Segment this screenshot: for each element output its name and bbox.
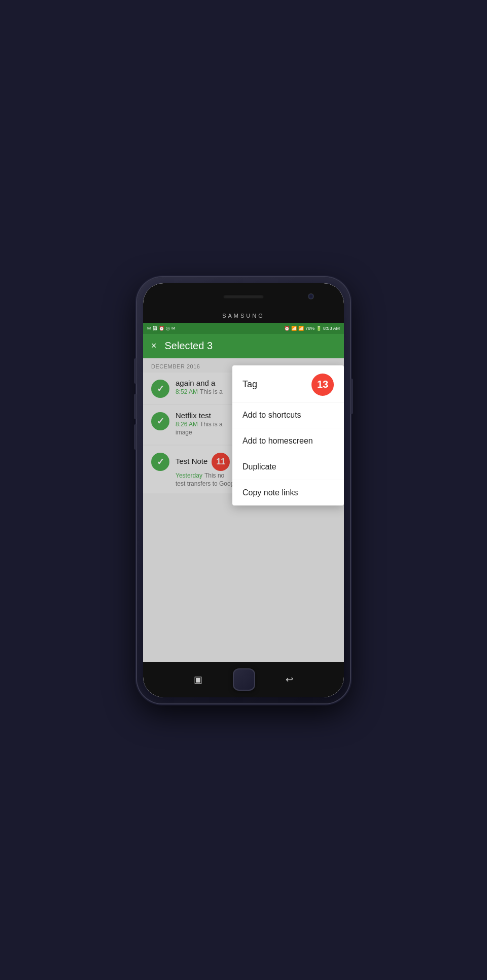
- content-area: DECEMBER 2016 ✓ again and a 8:52 AM This…: [143, 358, 344, 662]
- checkmark-icon-2: ✓: [157, 416, 164, 427]
- menu-item-add-shortcuts[interactable]: Add to shortcuts: [232, 402, 344, 428]
- battery-percent: 78%: [305, 326, 315, 331]
- note-preview-1: This is a: [200, 388, 223, 395]
- status-left: ✉ 🖼 ⏰ ◎ ✉: [147, 326, 176, 331]
- clock: 8:53 AM: [323, 326, 340, 331]
- phone-screen: SAMSUNG ✉ 🖼 ⏰ ◎ ✉ ⏰ 📶 📶 78% 🔋: [143, 283, 344, 697]
- notification-icon-mail2: ✉: [171, 326, 176, 331]
- status-bar: ✉ 🖼 ⏰ ◎ ✉ ⏰ 📶 📶 78% 🔋 8:53 AM: [143, 323, 344, 334]
- header-title: Selected 3: [165, 340, 336, 352]
- top-bezel: [143, 283, 344, 310]
- recent-apps-button[interactable]: ▣: [194, 674, 202, 685]
- note-preview-2: This is a: [200, 421, 223, 428]
- signal-icon: 📶: [298, 326, 304, 331]
- checkmark-icon-3: ✓: [157, 456, 164, 467]
- back-button[interactable]: ↩: [286, 674, 293, 685]
- note-title-3: Test Note: [176, 457, 207, 465]
- samsung-brand: SAMSUNG: [143, 310, 344, 323]
- checkmark-icon-1: ✓: [157, 383, 164, 394]
- context-menu-tag-label[interactable]: Tag: [242, 379, 257, 390]
- context-menu: Tag 13 Add to shortcuts Add to homescree…: [232, 365, 344, 505]
- check-circle-1: ✓: [151, 380, 169, 398]
- menu-item-duplicate[interactable]: Duplicate: [232, 454, 344, 480]
- note-time-1: 8:52 AM: [176, 388, 198, 395]
- menu-item-add-homescreen[interactable]: Add to homescreen: [232, 428, 344, 454]
- bottom-bezel: ▣ ↩: [143, 662, 344, 697]
- alarm-icon: ⏰: [284, 326, 290, 331]
- wifi-icon: 📶: [291, 326, 297, 331]
- note-badge-3: 11: [212, 453, 230, 471]
- check-circle-2: ✓: [151, 412, 169, 430]
- phone-device: SAMSUNG ✉ 🖼 ⏰ ◎ ✉ ⏰ 📶 📶 78% 🔋: [137, 277, 350, 703]
- tag-badge: 13: [311, 374, 334, 396]
- screen: ✉ 🖼 ⏰ ◎ ✉ ⏰ 📶 📶 78% 🔋 8:53 AM ×: [143, 323, 344, 662]
- front-camera: [308, 294, 314, 299]
- note-time-2: 8:26 AM: [176, 421, 198, 428]
- home-button[interactable]: [233, 668, 255, 691]
- check-circle-3: ✓: [151, 453, 169, 471]
- status-right: ⏰ 📶 📶 78% 🔋 8:53 AM: [284, 326, 340, 331]
- speaker-grill: [223, 294, 264, 298]
- close-button[interactable]: ×: [151, 341, 157, 351]
- temperature-indicator: ⏰: [159, 326, 164, 331]
- battery-icon: 🔋: [316, 326, 322, 331]
- app-header: × Selected 3: [143, 334, 344, 358]
- context-menu-header: Tag 13: [232, 365, 344, 402]
- note-date-3: Yesterday: [176, 472, 202, 479]
- notification-icon-image: 🖼: [153, 326, 157, 331]
- camera-icon: ◎: [166, 326, 170, 331]
- notification-icon-mail: ✉: [147, 326, 151, 331]
- menu-item-copy-note-links[interactable]: Copy note links: [232, 480, 344, 505]
- note-preview-3a: This no: [204, 472, 224, 479]
